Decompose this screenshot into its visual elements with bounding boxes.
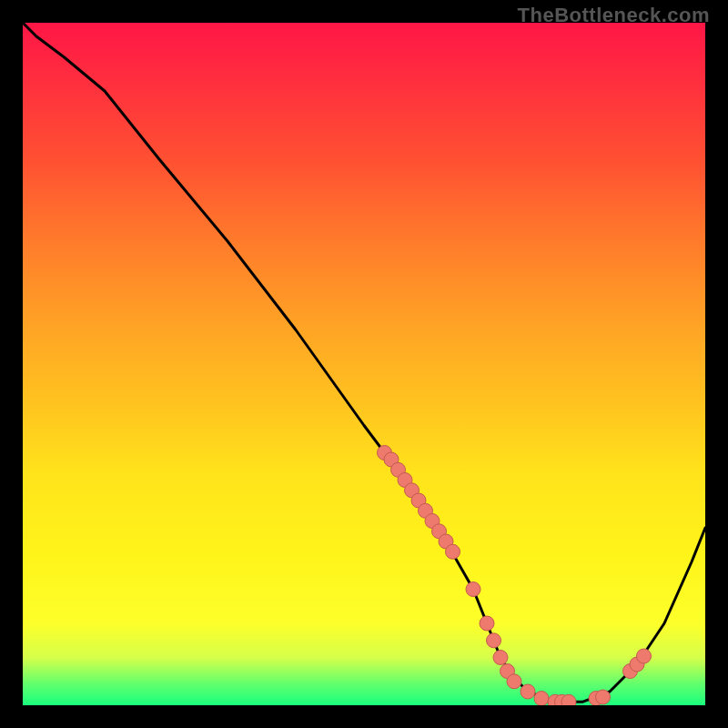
marker-point — [480, 616, 494, 631]
marker-group — [378, 446, 652, 706]
marker-point — [466, 582, 480, 597]
marker-point — [521, 684, 535, 699]
marker-point — [507, 674, 521, 689]
marker-point — [446, 544, 460, 559]
marker-point — [561, 694, 576, 705]
marker-point — [487, 633, 501, 648]
marker-point — [596, 690, 611, 704]
chart-stage: TheBottleneck.com — [0, 0, 728, 728]
plot-area — [23, 23, 705, 705]
marker-point — [493, 651, 508, 665]
marker-point — [637, 649, 652, 663]
chart-svg — [23, 23, 705, 705]
marker-point — [534, 692, 549, 706]
bottleneck-curve — [23, 23, 705, 702]
attribution-text: TheBottleneck.com — [518, 4, 710, 27]
